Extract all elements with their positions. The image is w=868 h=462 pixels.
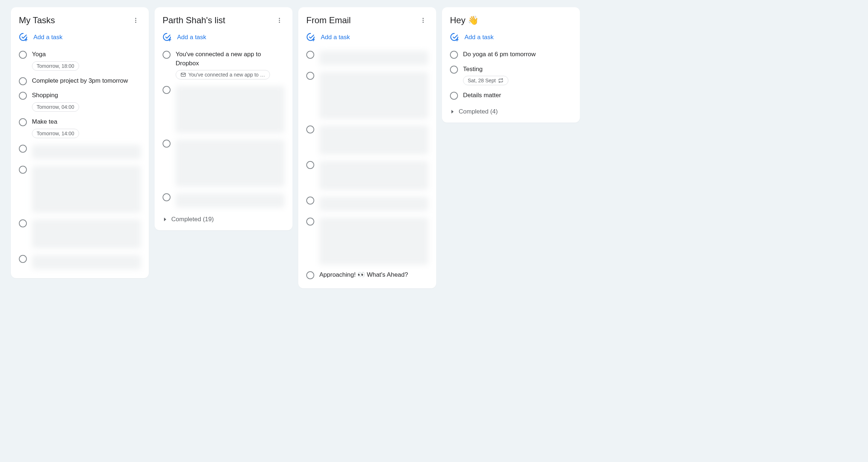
task-row[interactable]: YogaTomorrow, 18:00 [13, 47, 147, 74]
task-row[interactable] [300, 68, 434, 122]
task-row[interactable]: ShoppingTomorrow, 04:00 [13, 88, 147, 115]
task-complete-checkbox[interactable] [306, 51, 314, 59]
task-complete-checkbox[interactable] [19, 118, 27, 126]
task-complete-checkbox[interactable] [163, 140, 171, 148]
add-task-button[interactable]: Add a task [300, 30, 434, 47]
redacted-content [32, 219, 141, 248]
task-body: Make teaTomorrow, 14:00 [32, 117, 141, 138]
task-row[interactable]: Make teaTomorrow, 14:00 [13, 115, 147, 141]
redacted-content [319, 51, 428, 65]
task-body [32, 219, 141, 248]
task-row[interactable] [300, 47, 434, 68]
svg-point-1 [135, 20, 136, 21]
add-task-button[interactable]: Add a task [444, 30, 578, 47]
svg-point-0 [135, 18, 136, 19]
task-complete-checkbox[interactable] [306, 72, 314, 80]
svg-point-9 [423, 22, 424, 23]
task-complete-checkbox[interactable] [19, 145, 27, 153]
date-chip[interactable]: Tomorrow, 04:00 [32, 102, 79, 112]
task-complete-checkbox[interactable] [450, 51, 458, 59]
task-row[interactable] [13, 216, 147, 251]
completed-toggle[interactable]: Completed (19) [157, 211, 290, 224]
task-row[interactable] [13, 162, 147, 216]
task-complete-checkbox[interactable] [306, 161, 314, 169]
task-complete-checkbox[interactable] [19, 255, 27, 263]
more-options-button[interactable] [274, 15, 284, 25]
task-complete-checkbox[interactable] [19, 77, 27, 85]
task-row[interactable] [157, 82, 290, 136]
task-complete-checkbox[interactable] [306, 197, 314, 205]
completed-label: Completed (4) [459, 108, 498, 115]
task-complete-checkbox[interactable] [19, 92, 27, 100]
redacted-content [319, 218, 428, 265]
task-body: YogaTomorrow, 18:00 [32, 50, 141, 71]
task-complete-checkbox[interactable] [19, 219, 27, 227]
svg-point-8 [423, 20, 424, 21]
task-complete-checkbox[interactable] [19, 166, 27, 174]
task-row[interactable] [300, 157, 434, 193]
task-row[interactable] [300, 214, 434, 268]
list-header: From Email [300, 13, 434, 30]
task-row[interactable]: TestingSat, 28 Sept [444, 62, 578, 88]
task-row[interactable]: Do yoga at 6 pm tomorrow [444, 47, 578, 62]
task-list-card: From EmailAdd a taskApproaching! 👀 What'… [298, 7, 436, 288]
task-list-card: My TasksAdd a taskYogaTomorrow, 18:00Com… [11, 7, 149, 278]
more-options-button[interactable] [131, 15, 141, 25]
chip-text: Tomorrow, 14:00 [37, 131, 74, 136]
task-row[interactable]: Approaching! 👀 What's Ahead? [300, 268, 434, 282]
repeat-date-chip[interactable]: Sat, 28 Sept [463, 76, 508, 85]
redacted-content [32, 145, 141, 159]
task-complete-checkbox[interactable] [450, 92, 458, 100]
svg-point-7 [423, 18, 424, 19]
list-title: From Email [306, 15, 351, 25]
task-title: Make tea [32, 117, 141, 127]
task-complete-checkbox[interactable] [163, 86, 171, 94]
task-title: Shopping [32, 91, 141, 100]
redacted-content [176, 86, 284, 133]
task-body [319, 50, 428, 65]
task-row[interactable] [300, 193, 434, 214]
task-row[interactable] [157, 136, 290, 190]
task-row[interactable]: Details matter [444, 88, 578, 103]
task-complete-checkbox[interactable] [306, 271, 314, 279]
task-body [319, 196, 428, 211]
completed-toggle[interactable]: Completed (4) [444, 103, 578, 117]
task-body: Complete project by 3pm tomorrow [32, 77, 141, 86]
task-row[interactable] [157, 190, 290, 211]
task-row[interactable]: Complete project by 3pm tomorrow [13, 74, 147, 88]
task-complete-checkbox[interactable] [163, 51, 171, 59]
add-task-label: Add a task [464, 34, 494, 41]
task-row[interactable] [13, 141, 147, 162]
chip-text: Sat, 28 Sept [468, 78, 496, 83]
add-task-button[interactable]: Add a task [13, 30, 147, 47]
task-body [176, 193, 284, 208]
date-chip[interactable]: Tomorrow, 14:00 [32, 129, 79, 138]
add-task-label: Add a task [321, 34, 350, 41]
task-complete-checkbox[interactable] [450, 66, 458, 74]
add-task-icon [450, 33, 459, 42]
list-title: My Tasks [19, 15, 55, 25]
caret-right-icon [451, 110, 454, 114]
task-complete-checkbox[interactable] [163, 193, 171, 201]
task-body [176, 139, 284, 187]
add-task-button[interactable]: Add a task [157, 30, 290, 47]
task-body [319, 160, 428, 190]
task-row[interactable] [300, 122, 434, 157]
svg-point-4 [279, 20, 280, 21]
task-list-card: Parth Shah's listAdd a taskYou've connec… [155, 7, 292, 230]
task-row[interactable] [13, 251, 147, 272]
more-options-button[interactable] [418, 15, 428, 25]
add-task-icon [19, 33, 28, 42]
list-header: Hey 👋 [444, 13, 578, 30]
chip-text: Tomorrow, 18:00 [37, 63, 74, 69]
task-complete-checkbox[interactable] [306, 218, 314, 226]
task-row[interactable]: You've connected a new app to DropboxYou… [157, 47, 290, 82]
task-complete-checkbox[interactable] [19, 51, 27, 59]
email-source-chip[interactable]: You've connected a new app to … [176, 70, 270, 79]
date-chip[interactable]: Tomorrow, 18:00 [32, 61, 79, 71]
list-header: Parth Shah's list [157, 13, 290, 30]
task-title: Testing [463, 65, 572, 74]
task-complete-checkbox[interactable] [306, 125, 314, 133]
chip-text: Tomorrow, 04:00 [37, 104, 74, 110]
task-title: Complete project by 3pm tomorrow [32, 77, 141, 86]
